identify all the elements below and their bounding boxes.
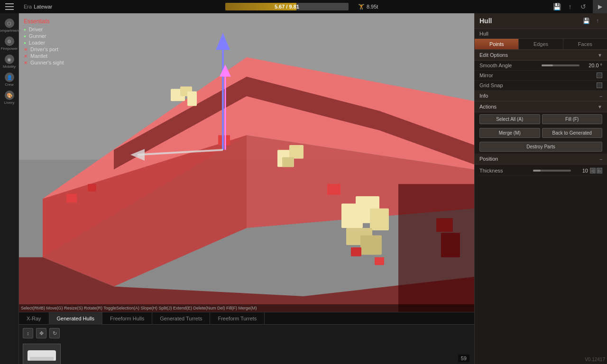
actions-arrow: ▼ (598, 104, 602, 109)
toolbar-icons: ↕ ✥ ↻ (19, 325, 474, 342)
driver-status-icon: ● (24, 27, 26, 32)
top-right-icons: 💾 ↑ ↺ (551, 1, 589, 12)
mirror-checkbox[interactable] (597, 73, 602, 78)
smooth-angle-slider[interactable] (542, 64, 579, 66)
panel-save-icon[interactable]: 💾 (581, 16, 591, 26)
weight-value: 8.95t (367, 4, 378, 9)
mantlet-label: Mantlet (30, 53, 47, 59)
era-label: Era (24, 4, 32, 9)
thickness-row: Thickness 10 ◁ ▷ (479, 166, 602, 175)
mobility-icon: ◉ (5, 55, 14, 64)
play-button[interactable]: ▶ (593, 0, 607, 13)
thickness-decrement[interactable]: ◁ (590, 168, 596, 173)
hamburger-button[interactable] (0, 0, 19, 13)
actions-row-3: Destroy Parts (475, 140, 607, 154)
sidebar-item-mobility[interactable]: ◉ Mobility (1, 53, 18, 70)
essentials-panel: Essentials ● Driver ● Gunner ● Loader ✕ … (24, 18, 64, 66)
fill-button[interactable]: Fill (F) (542, 114, 603, 124)
position-section-header[interactable]: Position – (475, 154, 607, 164)
hull-thumbnail[interactable] (23, 344, 61, 364)
info-section-header[interactable]: Info – (475, 91, 607, 101)
mirror-label: Mirror (479, 73, 597, 78)
essentials-title[interactable]: Essentials (24, 18, 64, 25)
tab-freeform-turrets[interactable]: Freeform Turrets (210, 312, 265, 325)
svg-rect-21 (360, 235, 382, 255)
essential-item-driver: ● Driver (24, 27, 64, 32)
svg-rect-13 (187, 91, 197, 106)
back-to-generated-button[interactable]: Back to Generated (542, 128, 603, 138)
sidebar-item-livery[interactable]: 🎨 Livery (1, 89, 18, 106)
version-label: V0.12417 (585, 357, 605, 362)
sidebar-label-mobility: Mobility (3, 65, 16, 69)
sidebar-item-compartments[interactable]: ⬡ Compartments (1, 17, 18, 34)
hull-preview-area (19, 342, 474, 364)
tab-bar: X-Ray Generated Hulls Freeform Hulls Gen… (19, 312, 474, 325)
gunners-sight-status-icon: ✕ (24, 60, 28, 65)
sidebar-label-compartments: Compartments (0, 29, 22, 33)
sub-section-label: Hull (475, 29, 607, 39)
center-bar: 5.67 / 9.81 🏋 8.95t (52, 3, 551, 10)
save-icon[interactable]: 💾 (551, 1, 562, 12)
merge-button[interactable]: Merge (M) (479, 128, 540, 138)
svg-rect-16 (282, 157, 294, 167)
thickness-slider[interactable] (533, 170, 571, 172)
sidebar-label-crew: Crew (5, 83, 14, 87)
actions-row-2: Merge (M) Back to Generated (475, 126, 607, 140)
essential-item-loader: ● Loader (24, 40, 64, 46)
edit-options-header[interactable]: Edit Options ▼ (475, 50, 607, 61)
weight-display: 🏋 8.95t (358, 4, 378, 10)
tool-rotate-icon[interactable]: ↻ (49, 328, 60, 338)
actions-section-header[interactable]: Actions ▼ (475, 101, 607, 112)
destroy-parts-button[interactable]: Destroy Parts (479, 142, 602, 152)
position-label: Position (479, 156, 498, 162)
fps-counter: 59 (458, 355, 469, 362)
info-arrow: – (599, 93, 602, 99)
sidebar-label-livery: Livery (4, 101, 14, 105)
actions-label: Actions (479, 104, 497, 109)
grid-snap-label: Grid Snap (479, 82, 597, 88)
svg-rect-27 (375, 257, 384, 265)
left-sidebar: ⬡ Compartments ⚙ Firepower ◉ Mobility 👤 … (0, 13, 19, 364)
panel-tab-row: Points Edges Faces (475, 39, 607, 50)
panel-export-icon[interactable]: ↑ (593, 16, 602, 26)
smooth-angle-fill (542, 64, 553, 66)
position-arrow: – (599, 156, 602, 162)
svg-rect-22 (66, 194, 77, 203)
panel-tab-faces[interactable]: Faces (563, 39, 607, 49)
smooth-angle-value: 20.0 ° (583, 63, 602, 68)
tab-xray[interactable]: X-Ray (19, 312, 49, 325)
drivers-port-status-icon: ✕ (24, 47, 28, 52)
tab-generated-turrets[interactable]: Generated Turrets (152, 312, 210, 325)
sidebar-item-crew[interactable]: 👤 Crew (1, 71, 18, 88)
weight-icon: 🏋 (358, 4, 365, 10)
svg-rect-36 (398, 184, 474, 312)
panel-tab-points[interactable]: Points (475, 39, 519, 49)
share-icon[interactable]: ↑ (564, 1, 576, 12)
info-label: Info (479, 93, 488, 99)
svg-rect-0 (5, 3, 14, 4)
compartments-icon: ⬡ (5, 18, 14, 28)
drivers-port-label: Driver's port (30, 46, 58, 52)
sidebar-item-firepower[interactable]: ⚙ Firepower (1, 35, 18, 52)
driver-label: Driver (29, 27, 43, 32)
progress-text: 5.67 / 9.81 (275, 4, 299, 9)
tab-generated-hulls[interactable]: Generated Hulls (49, 312, 103, 325)
tab-freeform-hulls[interactable]: Freeform Hulls (102, 312, 152, 325)
loader-label: Loader (29, 40, 45, 46)
refresh-icon[interactable]: ↺ (578, 1, 589, 12)
thickness-increment[interactable]: ▷ (597, 168, 602, 173)
livery-icon: 🎨 (5, 91, 14, 100)
select-all-button[interactable]: Select All (A) (479, 114, 540, 124)
svg-rect-15 (289, 145, 304, 159)
svg-rect-26 (351, 247, 361, 256)
svg-rect-24 (218, 135, 230, 145)
tool-pan-icon[interactable]: ✥ (36, 328, 46, 338)
thickness-stepper: ◁ ▷ (590, 168, 602, 173)
tool-move-icon[interactable]: ↕ (23, 328, 33, 338)
essential-item-mantlet: ✕ Mantlet (24, 53, 64, 59)
panel-header-icons: 💾 ↑ (581, 16, 602, 26)
top-bar: Era Latewar 5.67 / 9.81 🏋 8.95t 💾 ↑ ↺ ▶ (0, 0, 607, 13)
panel-tab-edges[interactable]: Edges (519, 39, 563, 49)
grid-snap-checkbox[interactable] (597, 82, 602, 88)
viewport[interactable]: Essentials ● Driver ● Gunner ● Loader ✕ … (19, 13, 474, 312)
